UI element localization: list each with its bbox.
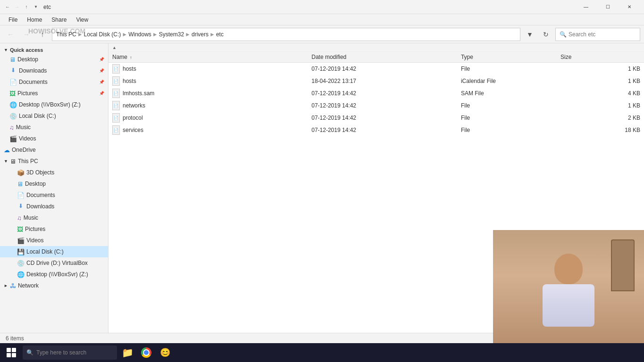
file-explorer-icon: 📁 xyxy=(122,347,134,358)
file-date: 07-12-2019 14:42 xyxy=(311,102,461,109)
refresh-button[interactable]: ↻ xyxy=(539,28,552,41)
minimize-button[interactable]: — xyxy=(575,0,597,14)
table-row[interactable]: 📄 hosts 07-12-2019 14:42 File 1 KB xyxy=(109,63,644,75)
chevron-network-icon: ► xyxy=(4,283,8,288)
col-type[interactable]: Type xyxy=(461,54,560,60)
path-drivers[interactable]: drivers xyxy=(192,31,209,38)
sidebar-item-vbox-desktop[interactable]: 🌐 Desktop (\\VBoxSvr) (Z:) xyxy=(0,99,108,110)
sidebar-item-network[interactable]: ► 🖧 Network xyxy=(0,280,108,291)
path-thispc[interactable]: This PC xyxy=(56,31,76,38)
file-size: 1 KB xyxy=(560,102,640,109)
drive-icon-thispc: 💾 xyxy=(17,248,25,255)
up-icon[interactable]: ↑ xyxy=(23,3,30,11)
table-row[interactable]: 📄 protocol 07-12-2019 14:42 File 2 KB xyxy=(109,112,644,124)
nav-forward-button[interactable]: → xyxy=(20,28,33,41)
pic-icon2: 🖼 xyxy=(17,226,23,233)
download-icon: ⬇ xyxy=(9,67,17,74)
chevron-icon: ▼ xyxy=(4,48,8,52)
sidebar-item-pictures[interactable]: 🖼 Pictures 📌 xyxy=(0,88,108,99)
3d-icon: 📦 xyxy=(17,169,25,176)
forward-icon[interactable]: → xyxy=(13,3,21,11)
path-windows[interactable]: Windows xyxy=(128,31,151,38)
sidebar-item-documents-thispc[interactable]: 📄 Documents xyxy=(0,189,108,201)
sidebar-item-music-thispc[interactable]: ♫ Music xyxy=(0,212,108,223)
path-etc[interactable]: etc xyxy=(216,31,224,38)
sidebar-item-downloads-thispc[interactable]: ⬇ Downloads xyxy=(0,201,108,212)
menu-file[interactable]: File xyxy=(4,14,22,25)
sidebar-item-documents[interactable]: 📄 Documents 📌 xyxy=(0,76,108,88)
search-icon: 🔍 xyxy=(560,31,567,38)
taskbar-emoji-icon[interactable]: 😊 xyxy=(157,344,174,361)
address-bar: ← → ↑ This PC ► Local Disk (C:) ► Window… xyxy=(0,25,644,43)
file-size: 1 KB xyxy=(560,78,640,84)
table-row[interactable]: 📄 lmhosts.sam 07-12-2019 14:42 SAM File … xyxy=(109,87,644,99)
taskbar-file-explorer[interactable]: 📁 xyxy=(119,344,136,361)
file-date: 18-04-2022 13:17 xyxy=(311,78,461,84)
file-size: 18 KB xyxy=(560,127,640,133)
recent-icon[interactable]: ▼ xyxy=(32,3,40,11)
sidebar-item-pictures-thispc[interactable]: 🖼 Pictures xyxy=(0,223,108,235)
table-row[interactable]: 📄 networks 07-12-2019 14:42 File 1 KB xyxy=(109,99,644,112)
search-box[interactable]: 🔍 xyxy=(555,28,640,41)
sidebar-item-desktop-thispc[interactable]: 🖥 Desktop xyxy=(0,178,108,189)
file-date: 07-12-2019 14:42 xyxy=(311,66,461,72)
network-icon-main: 🖧 xyxy=(10,282,16,289)
col-name[interactable]: Name ↑ xyxy=(112,54,311,60)
sidebar-item-desktop[interactable]: 🖥 Desktop 📌 xyxy=(0,54,108,65)
menu-share[interactable]: Share xyxy=(47,14,71,25)
cdrom-icon: 💿 xyxy=(17,260,25,267)
thispc-icon: 🖥 xyxy=(10,158,16,165)
close-button[interactable]: ✕ xyxy=(619,0,640,14)
sidebar-item-cdrom[interactable]: 💿 CD Drive (D:) VirtualBox xyxy=(0,257,108,269)
nav-up-button[interactable]: ↑ xyxy=(36,28,49,41)
path-system32[interactable]: System32 xyxy=(159,31,184,38)
start-button[interactable] xyxy=(2,343,21,362)
path-localdisk[interactable]: Local Disk (C:) xyxy=(84,31,121,38)
file-type: SAM File xyxy=(461,90,560,97)
download-icon2: ⬇ xyxy=(17,203,25,210)
taskbar-chrome[interactable] xyxy=(138,344,155,361)
sidebar: ▼ Quick access 🖥 Desktop 📌 ⬇ Downloads 📌… xyxy=(0,43,109,333)
file-size: 1 KB xyxy=(560,66,640,72)
dropdown-button[interactable]: ▼ xyxy=(523,28,536,41)
video-icon2: 🎬 xyxy=(17,237,25,244)
sidebar-item-onedrive[interactable]: ☁ OneDrive xyxy=(0,144,108,156)
table-row[interactable]: 📄 services 07-12-2019 14:42 File 18 KB xyxy=(109,124,644,136)
door-shape xyxy=(611,239,635,291)
doc-icon: 📄 xyxy=(9,79,17,86)
sort-toggle-icon[interactable]: ▲ xyxy=(112,45,117,50)
sidebar-item-thispc[interactable]: ▼ 🖥 This PC xyxy=(0,156,108,167)
menu-view[interactable]: View xyxy=(71,14,93,25)
taskbar-search[interactable]: 🔍 Type here to search xyxy=(23,346,117,360)
drive-icon-quick: 💿 xyxy=(9,113,17,120)
file-rows-container: 📄 hosts 07-12-2019 14:42 File 1 KB 📄 hos… xyxy=(109,63,644,136)
col-size[interactable]: Size xyxy=(560,54,640,60)
sidebar-item-videos-quick[interactable]: 🎬 Videos xyxy=(0,133,108,144)
file-name: networks xyxy=(123,102,145,109)
address-path[interactable]: This PC ► Local Disk (C:) ► Windows ► Sy… xyxy=(52,28,520,41)
pin-icon4: 📌 xyxy=(99,91,104,96)
file-name: services xyxy=(123,127,143,133)
maximize-button[interactable]: ☐ xyxy=(597,0,619,14)
back-icon[interactable]: ← xyxy=(4,3,11,11)
menu-home[interactable]: Home xyxy=(22,14,47,25)
table-row[interactable]: 📄 hosts 18-04-2022 13:17 iCalendar File … xyxy=(109,75,644,87)
sidebar-quickaccess-header[interactable]: ▼ Quick access xyxy=(0,45,108,54)
file-size: 2 KB xyxy=(560,115,640,121)
nav-back-button[interactable]: ← xyxy=(4,28,17,41)
sidebar-item-videos-thispc[interactable]: 🎬 Videos xyxy=(0,235,108,246)
title-bar: ← → ↑ ▼ etc — ☐ ✕ xyxy=(0,0,644,14)
network-icon-vbox2: 🌐 xyxy=(17,271,25,278)
sidebar-item-downloads[interactable]: ⬇ Downloads 📌 xyxy=(0,65,108,76)
search-input[interactable] xyxy=(569,31,636,38)
sidebar-item-vboxsvr[interactable]: 🌐 Desktop (\\VBoxSvr) (Z:) xyxy=(0,269,108,280)
sidebar-item-music-quick[interactable]: ♫ Music xyxy=(0,122,108,133)
file-list-header: Name ↑ Date modified Type Size xyxy=(109,52,644,63)
item-count: 6 items xyxy=(6,335,24,342)
sort-arrow-name: ↑ xyxy=(130,55,132,60)
sidebar-item-3dobjects[interactable]: 📦 3D Objects xyxy=(0,167,108,178)
sidebar-item-localdisk-quick[interactable]: 💿 Local Disk (C:) xyxy=(0,110,108,122)
sidebar-item-localdisk-thispc[interactable]: 💾 Local Disk (C:) xyxy=(0,246,108,257)
col-date[interactable]: Date modified xyxy=(311,54,461,60)
pin-icon3: 📌 xyxy=(99,80,104,84)
